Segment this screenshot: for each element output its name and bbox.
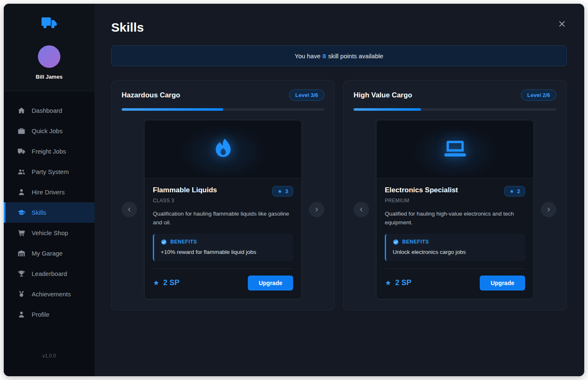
- home-icon: [17, 107, 25, 114]
- benefit-text: +10% reward for flammable liquid jobs: [161, 249, 287, 255]
- sidebar-nav: DashboardQuick JobsFreight JobsParty Sys…: [4, 91, 95, 325]
- skill-icon: [376, 120, 533, 179]
- chevron-right-icon[interactable]: [309, 202, 324, 217]
- skill-cost: 2 SP: [385, 278, 411, 287]
- benefit-text: Unlock electronics cargo jobs: [393, 249, 518, 255]
- skill-cost-value: 2 SP: [395, 278, 411, 287]
- skill-points-value: 8: [323, 52, 326, 60]
- graduation-cap-icon: [17, 209, 25, 216]
- skill-card-footer: 2 SP Upgrade: [385, 276, 525, 291]
- skill-points-banner: You have 8 skill points available: [111, 45, 567, 66]
- sidebar-item-label: Party System: [32, 168, 69, 175]
- briefcase-icon: [17, 127, 25, 135]
- sidebar-item-my-garage[interactable]: My Garage: [4, 243, 95, 263]
- star-icon: [509, 189, 514, 194]
- page-title: Skills: [111, 20, 567, 35]
- sidebar-item-hire-drivers[interactable]: Hire Drivers: [4, 182, 95, 202]
- skill-card: Electronics Specialist 2 PREMIUM Qualifi…: [376, 120, 534, 299]
- level-badge: Level 3/6: [289, 89, 324, 101]
- medal-icon: [17, 290, 25, 298]
- skill-tier: PREMIUM: [385, 198, 525, 204]
- sidebar-item-skills[interactable]: Skills: [4, 202, 95, 223]
- star-icon: [277, 189, 282, 194]
- sidebar-item-label: Achievements: [32, 291, 71, 298]
- skill-tree-card: Hazardous Cargo Level 3/6 Flammable Liqu…: [111, 80, 335, 310]
- sidebar-item-label: Skills: [32, 209, 46, 216]
- sidebar-item-quick-jobs[interactable]: Quick Jobs: [4, 121, 95, 141]
- avatar: [38, 45, 60, 68]
- skill-icon: [145, 120, 301, 179]
- cart-icon: [17, 229, 25, 237]
- star-icon: [385, 280, 391, 286]
- user-name: Bill James: [4, 74, 95, 80]
- divider: [153, 268, 293, 269]
- sidebar-item-label: Hire Drivers: [32, 189, 65, 196]
- skill-tier: CLASS 3: [153, 198, 293, 204]
- sidebar-item-label: Dashboard: [32, 107, 62, 114]
- star-count: 3: [285, 188, 288, 194]
- skill-card-footer: 2 SP Upgrade: [153, 276, 293, 291]
- sidebar-item-dashboard[interactable]: Dashboard: [4, 100, 95, 121]
- sidebar-item-leaderboard[interactable]: Leaderboard: [4, 263, 95, 284]
- sidebar-item-freight-jobs[interactable]: Freight Jobs: [4, 141, 95, 161]
- check-circle-icon: [393, 239, 399, 245]
- sidebar-item-label: Quick Jobs: [32, 127, 62, 134]
- chevron-left-icon[interactable]: [354, 202, 369, 217]
- truck-icon: [17, 147, 25, 155]
- app-window: Bill James DashboardQuick JobsFreight Jo…: [3, 3, 585, 377]
- trophy-icon: [17, 270, 25, 278]
- benefits-label: BENEFITS: [170, 239, 197, 245]
- progress-bar: [122, 108, 324, 111]
- garage-icon: [17, 249, 25, 257]
- skill-description: Qualified for hauling high-value electro…: [385, 210, 525, 227]
- skill-tree-title: Hazardous Cargo: [122, 91, 180, 99]
- users-icon: [17, 168, 25, 176]
- star-count: 2: [517, 188, 520, 194]
- sidebar-item-label: Profile: [32, 311, 50, 318]
- user-icon: [17, 310, 25, 318]
- close-icon[interactable]: [557, 20, 567, 30]
- skill-cost-value: 2 SP: [163, 278, 179, 287]
- upgrade-button[interactable]: Upgrade: [480, 276, 525, 291]
- chevron-right-icon[interactable]: [541, 202, 556, 217]
- skill-name: Electronics Specialist: [385, 186, 458, 194]
- star-level-badge: 2: [504, 186, 525, 196]
- skill-trees-grid: Hazardous Cargo Level 3/6 Flammable Liqu…: [111, 80, 567, 310]
- benefits-box: BENEFITS +10% reward for flammable liqui…: [153, 234, 293, 261]
- benefits-box: BENEFITS Unlock electronics cargo jobs: [385, 234, 525, 261]
- sidebar-item-label: Freight Jobs: [32, 148, 66, 155]
- divider: [385, 268, 525, 269]
- skill-tree-header: High Value Cargo Level 2/6: [354, 89, 556, 101]
- skill-cost: 2 SP: [153, 278, 179, 287]
- level-badge: Level 2/6: [521, 89, 556, 101]
- profile-section: Bill James: [4, 4, 95, 91]
- sidebar-item-achievements[interactable]: Achievements: [4, 284, 95, 304]
- star-level-badge: 3: [272, 186, 293, 196]
- benefits-label: BENEFITS: [402, 239, 429, 245]
- sidebar-item-label: My Garage: [32, 250, 62, 257]
- banner-text-suffix: skill points available: [328, 52, 384, 60]
- sidebar-item-party-system[interactable]: Party System: [4, 161, 95, 182]
- check-circle-icon: [161, 239, 167, 245]
- progress-fill: [122, 108, 223, 111]
- skill-tree-card: High Value Cargo Level 2/6 Electronics S…: [343, 80, 567, 310]
- skill-name: Flammable Liquids: [153, 186, 217, 194]
- sidebar: Bill James DashboardQuick JobsFreight Jo…: [4, 4, 95, 376]
- sidebar-item-label: Leaderboard: [32, 270, 67, 277]
- progress-bar: [354, 108, 556, 111]
- skill-tree-header: Hazardous Cargo Level 3/6: [122, 89, 324, 101]
- progress-fill: [354, 108, 421, 111]
- person-icon: [17, 188, 25, 196]
- skill-tree-title: High Value Cargo: [354, 91, 412, 99]
- skill-carousel: Flammable Liquids 3 CLASS 3 Qualificatio…: [122, 120, 324, 299]
- chevron-left-icon[interactable]: [122, 202, 137, 217]
- skill-description: Qualification for hauling flammable liqu…: [153, 210, 293, 227]
- upgrade-button[interactable]: Upgrade: [248, 276, 293, 291]
- sidebar-item-profile[interactable]: Profile: [4, 304, 95, 325]
- main-panel: Skills You have 8 skill points available…: [95, 4, 584, 376]
- skill-carousel: Electronics Specialist 2 PREMIUM Qualifi…: [354, 120, 556, 299]
- sidebar-item-vehicle-shop[interactable]: Vehicle Shop: [4, 223, 95, 243]
- app-version: v1.0.0: [4, 342, 95, 376]
- truck-icon: [40, 15, 59, 33]
- sidebar-item-label: Vehicle Shop: [32, 229, 68, 236]
